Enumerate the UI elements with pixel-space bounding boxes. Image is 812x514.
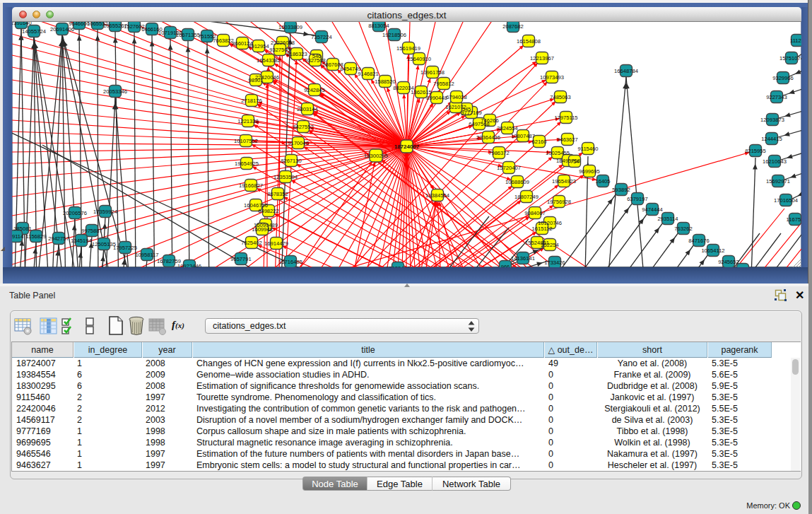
svg-text:19654923: 19654923: [552, 178, 576, 185]
svg-text:1615112: 1615112: [532, 226, 553, 232]
svg-text:20206576: 20206576: [63, 210, 87, 216]
svg-text:18300295: 18300295: [364, 153, 388, 159]
svg-text:7955812: 7955812: [433, 81, 454, 87]
svg-text:15619419: 15619419: [396, 45, 420, 52]
svg-text:16210643: 16210643: [763, 158, 787, 165]
svg-text:16033809: 16033809: [278, 24, 302, 30]
svg-text:10807487: 10807487: [511, 133, 535, 139]
svg-text:7625402: 7625402: [241, 240, 262, 246]
svg-text:8912954: 8912954: [248, 43, 269, 49]
svg-text:9170046: 9170046: [288, 140, 309, 146]
svg-text:1621072: 1621072: [445, 104, 466, 110]
svg-text:9975887: 9975887: [81, 228, 102, 234]
svg-text:10025455: 10025455: [546, 150, 570, 156]
svg-text:8813054: 8813054: [368, 23, 389, 29]
svg-text:10654112: 10654112: [701, 247, 724, 254]
svg-text:7986372: 7986372: [488, 150, 510, 156]
svg-text:18807249: 18807249: [514, 194, 539, 200]
svg-text:12353594: 12353594: [273, 174, 298, 180]
svg-text:9657791: 9657791: [230, 256, 252, 262]
svg-text:17016504: 17016504: [774, 197, 798, 204]
svg-text:16154808: 16154808: [517, 38, 541, 45]
svg-text:16914479: 16914479: [264, 240, 288, 247]
svg-text:966: 966: [501, 264, 510, 268]
svg-text:2087682: 2087682: [502, 23, 524, 30]
svg-text:6794028: 6794028: [446, 94, 467, 100]
svg-text:2935114: 2935114: [658, 216, 678, 222]
svg-text:3824554: 3824554: [497, 125, 518, 132]
svg-text:9329966: 9329966: [772, 75, 794, 81]
svg-text:1609948: 1609948: [252, 226, 273, 233]
svg-text:62160: 62160: [531, 139, 546, 145]
svg-text:19756928: 19756928: [547, 199, 571, 205]
svg-text:18724007: 18724007: [394, 144, 420, 150]
svg-text:10961758: 10961758: [420, 69, 445, 76]
svg-text:20053346: 20053346: [103, 88, 127, 95]
svg-text:9115460: 9115460: [578, 146, 599, 152]
svg-text:16648784: 16648784: [614, 68, 638, 74]
svg-text:6379197: 6379197: [627, 196, 648, 202]
svg-text:12213967: 12213967: [530, 55, 554, 62]
svg-text:17957225: 17957225: [113, 245, 137, 251]
svg-text:2803144: 2803144: [297, 106, 318, 112]
svg-text:19384554: 19384554: [425, 192, 449, 199]
svg-text:9242845: 9242845: [304, 87, 325, 93]
svg-text:8267130: 8267130: [281, 158, 302, 164]
svg-text:19654925: 19654925: [235, 160, 259, 167]
svg-text:39114: 39114: [12, 233, 23, 240]
svg-text:252254: 252254: [541, 242, 558, 248]
svg-text:12093873: 12093873: [760, 117, 784, 123]
svg-text:17975115: 17975115: [554, 115, 577, 121]
svg-text:944: 944: [739, 267, 748, 268]
svg-text:9227343: 9227343: [766, 94, 787, 100]
svg-text:8186323: 8186323: [286, 51, 307, 57]
svg-text:16543382: 16543382: [257, 57, 281, 64]
svg-text:98901: 98901: [248, 77, 263, 83]
svg-text:10688609: 10688609: [505, 179, 529, 185]
svg-text:19166827: 19166827: [239, 182, 263, 189]
svg-text:8990448: 8990448: [426, 95, 447, 101]
svg-text:2718176: 2718176: [241, 98, 262, 104]
svg-text:8215955: 8215955: [745, 148, 766, 154]
svg-text:2391640: 2391640: [12, 22, 32, 26]
svg-text:7485063: 7485063: [550, 94, 571, 100]
svg-text:1221338: 1221338: [237, 118, 259, 124]
svg-text:15640910: 15640910: [407, 56, 431, 62]
svg-text:14136141: 14136141: [511, 255, 535, 262]
svg-text:7357224: 7357224: [311, 34, 332, 40]
svg-text:754: 754: [570, 158, 579, 165]
svg-text:12023448: 12023448: [386, 265, 410, 268]
svg-text:6498222: 6498222: [258, 208, 279, 214]
svg-text:763262: 763262: [674, 226, 692, 232]
svg-text:15692971: 15692971: [766, 178, 790, 185]
svg-text:1733426: 1733426: [544, 259, 565, 266]
svg-text:12505135: 12505135: [92, 241, 116, 247]
svg-text:20364436: 20364436: [476, 134, 500, 141]
svg-text:10923446: 10923446: [177, 263, 201, 268]
svg-text:116753: 116753: [787, 216, 801, 223]
svg-text:15720407: 15720407: [497, 165, 521, 171]
svg-text:593892: 593892: [612, 187, 630, 193]
svg-text:1345194: 1345194: [71, 238, 92, 244]
svg-text:9084067: 9084067: [524, 210, 546, 216]
svg-text:7663822: 7663822: [213, 37, 234, 44]
svg-text:10107552: 10107552: [234, 138, 258, 144]
svg-text:15716485: 15716485: [278, 259, 302, 265]
svg-text:1156829: 1156829: [26, 233, 47, 240]
svg-text:1244415: 1244415: [761, 136, 782, 142]
svg-text:8471676: 8471676: [688, 238, 710, 244]
svg-text:10973493: 10973493: [540, 74, 564, 81]
svg-text:16671355: 16671355: [176, 32, 200, 38]
svg-text:16405: 16405: [595, 178, 610, 185]
svg-text:10958117: 10958117: [135, 252, 158, 258]
svg-text:9463627: 9463627: [557, 136, 578, 143]
svg-text:9699695: 9699695: [579, 168, 600, 175]
svg-text:19218506: 19218506: [382, 32, 406, 38]
svg-text:14055724: 14055724: [22, 28, 46, 35]
svg-text:8678352: 8678352: [267, 191, 288, 197]
svg-text:17359924: 17359924: [93, 209, 117, 215]
svg-text:385081: 385081: [13, 226, 31, 232]
svg-text:9146821: 9146821: [358, 71, 379, 77]
svg-text:8427552: 8427552: [293, 124, 314, 130]
svg-text:6497568: 6497568: [469, 121, 490, 127]
